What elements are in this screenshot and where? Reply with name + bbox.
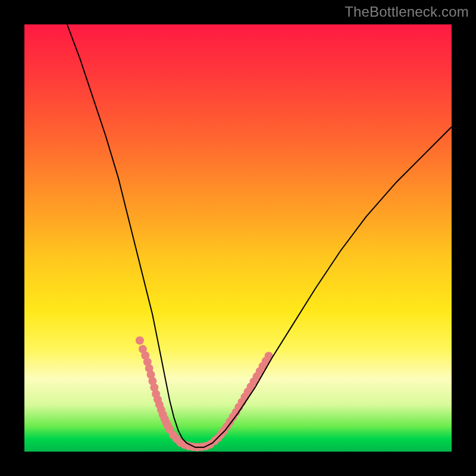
dots-layer [136, 336, 273, 452]
plot-area [24, 24, 452, 452]
bottleneck-curve [67, 24, 452, 447]
dot [136, 336, 144, 345]
watermark-text: TheBottleneck.com [345, 4, 469, 20]
chart-svg [24, 24, 452, 452]
chart-frame: TheBottleneck.com [0, 0, 476, 476]
